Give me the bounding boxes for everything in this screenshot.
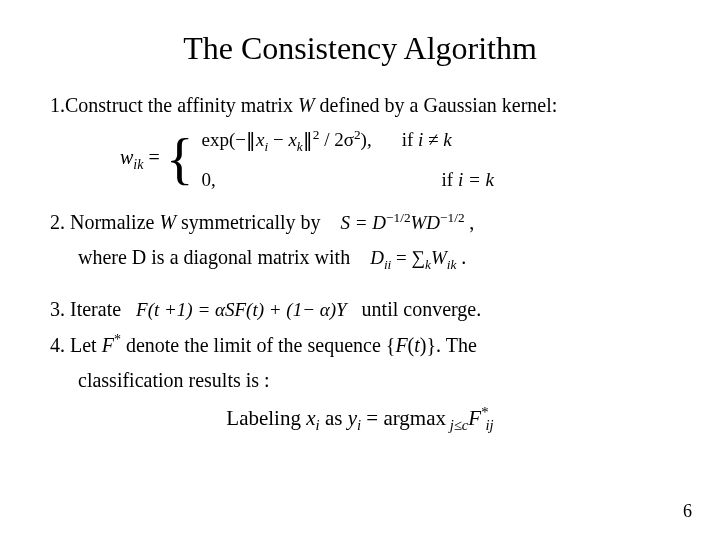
s2e2: −1/2 [440, 210, 465, 225]
eq1-lhs-sub: ik [133, 157, 143, 172]
c1cb: i ≠ k [418, 129, 452, 150]
c1a: exp(− [202, 129, 246, 150]
s4as: as [320, 406, 348, 430]
s4F2s: ij [486, 417, 494, 433]
s2sa: where D is a diagonal matrix with [78, 246, 350, 268]
s4Ft: F [395, 334, 407, 356]
s4F2: F [468, 406, 481, 430]
s4F: F [102, 334, 114, 356]
s4yi: y [348, 406, 357, 430]
step-4-text: 4. Let F* denote the limit of the sequen… [50, 331, 670, 359]
c2cb: i = k [458, 169, 494, 190]
page-title: The Consistency Algorithm [50, 30, 670, 67]
s2dWs: ik [447, 257, 457, 272]
c1ca: if [402, 129, 418, 150]
s2c: , [469, 211, 474, 233]
s2a: 2. Normalize [50, 211, 159, 233]
c1xk: x [288, 129, 296, 150]
step1-equation: wik = { exp(−‖xi − xk‖2 / 2σ2), if i ≠ k… [120, 127, 670, 191]
s2s: S = D [341, 212, 387, 233]
eq1-lhs: w [120, 146, 133, 168]
c1m: − [268, 129, 288, 150]
eq1-case1-expr: exp(−‖xi − xk‖2 / 2σ2), [202, 127, 372, 155]
step3-eq: F(t +1) = αSF(t) + (1− α)Y [136, 299, 347, 320]
brace-icon: { [166, 130, 194, 188]
step-1-text: 1.Construct the affinity matrix W define… [50, 92, 670, 119]
s4tc: )}. The [420, 334, 477, 356]
step2-eq-S: S = D−1/2WD−1/2 [341, 212, 470, 233]
c1no: ‖ [246, 129, 256, 150]
c2ca: if [442, 169, 458, 190]
eq1-case2-cond: if i = k [442, 169, 494, 191]
step1-b: defined by a Gaussian kernel: [315, 94, 558, 116]
c1xi: x [256, 129, 264, 150]
eq1-case1-cond: if i ≠ k [402, 129, 452, 151]
c1cl: ), [361, 129, 372, 150]
step-3-text: 3. Iterate F(t +1) = αSF(t) + (1− α)Y un… [50, 296, 670, 323]
s2b: symmetrically by [176, 211, 320, 233]
s4st: * [114, 332, 121, 347]
c1nc: ‖ [303, 129, 313, 150]
eq1-case2-val: 0, [202, 169, 412, 191]
s4eq: = argmax [361, 406, 446, 430]
step2-eq-D: Dii = ∑kWik [370, 247, 461, 268]
s2e1: −1/2 [386, 210, 411, 225]
s3a: 3. Iterate [50, 298, 121, 320]
s2de: = ∑ [391, 247, 425, 268]
s2m: WD [411, 212, 441, 233]
eq1-eq: = [143, 146, 159, 168]
s4xi: x [306, 406, 315, 430]
step-2-text: 2. Normalize W symmetrically by S = D−1/… [50, 209, 670, 236]
s4ams: j≤c [446, 417, 468, 433]
step-2-sub: where D is a diagonal matrix with Dii = … [78, 244, 670, 274]
step-4-sub: classification results is : [78, 367, 670, 394]
c1ss: 2 [354, 127, 361, 142]
step1-W: W [298, 94, 315, 116]
step1-a: 1.Construct the affinity matrix [50, 94, 298, 116]
s4a: 4. Let [50, 334, 102, 356]
s2w: W [159, 211, 176, 233]
s3b: until converge. [362, 298, 482, 320]
s4la: Labeling [226, 406, 306, 430]
s2dd: . [461, 246, 466, 268]
page-number: 6 [683, 501, 692, 522]
c1d: / 2σ [319, 129, 354, 150]
s2dD: D [370, 247, 384, 268]
s4b: denote the limit of the sequence { [121, 334, 396, 356]
s2dW: W [431, 247, 447, 268]
step4-equation: Labeling xi as yi = argmax j≤cF*ij [50, 404, 670, 434]
